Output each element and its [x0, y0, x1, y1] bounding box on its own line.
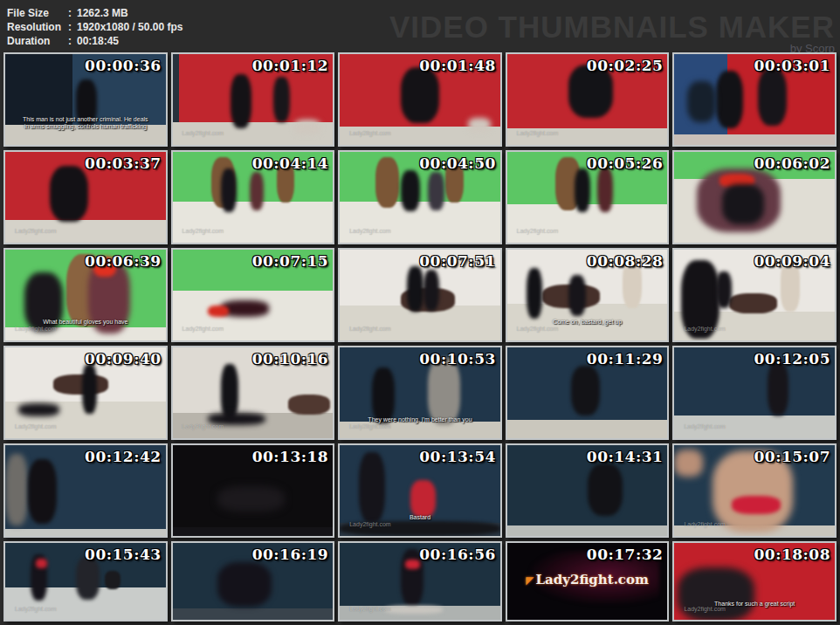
- scene-figure: [217, 486, 285, 512]
- video-thumbnail: 00:11:29: [506, 346, 670, 440]
- timestamp-label: 00:04:50: [419, 155, 496, 172]
- scene-figure: [768, 361, 788, 416]
- scene-figure: [250, 172, 265, 210]
- video-thumbnail: 00:06:02: [672, 150, 837, 244]
- video-thumbnail: 00:12:42: [3, 443, 168, 538]
- scene-figure: [273, 77, 289, 122]
- video-thumbnail: Lady2fight.com00:04:50: [338, 150, 502, 244]
- timestamp-label: 00:04:14: [252, 155, 329, 172]
- scene-figure: [76, 557, 100, 600]
- subtitle-caption: Come on, bastard, get up: [513, 319, 661, 326]
- timestamp-label: 00:08:28: [587, 252, 664, 270]
- watermark: Lady2fight.com: [182, 228, 224, 234]
- scene-figure: [372, 367, 395, 423]
- watermark: Lady2fight.com: [349, 606, 390, 612]
- contact-sheet: { "header": { "fields": [ {"label": "Fil…: [0, 0, 840, 625]
- scene-figure: [423, 270, 439, 311]
- scene-figure: [294, 120, 320, 134]
- timestamp-label: 00:09:04: [754, 252, 830, 270]
- scene-figure: [28, 459, 57, 525]
- timestamp-label: 00:13:18: [252, 448, 329, 465]
- scene-figure: [221, 168, 237, 212]
- timestamp-label: 00:03:01: [754, 57, 830, 74]
- duration-row: Duration:00:18:45: [7, 34, 182, 48]
- watermark: Lady2fight.com: [349, 228, 390, 234]
- scene-figure: [385, 606, 443, 614]
- timestamp-label: 00:03:37: [85, 155, 162, 172]
- scene-figure: [674, 450, 703, 477]
- scene-figure: [716, 71, 743, 129]
- watermark: Lady2fight.com: [517, 130, 558, 136]
- site-logo-text: ◤Lady2fight.com: [507, 572, 668, 587]
- scene-figure: [428, 358, 460, 425]
- video-thumbnail: Lady2fight.com00:02:25: [506, 52, 670, 147]
- scene-figure: [407, 266, 423, 312]
- video-thumbnail: Lady2fight.com00:15:43: [3, 541, 168, 622]
- scene-figure: [401, 170, 420, 211]
- timestamp-label: 00:02:25: [587, 57, 664, 74]
- scene-figure: [722, 184, 764, 224]
- thumbnail-grid: This man is not just another criminal. H…: [3, 52, 837, 622]
- flame-icon: ◤: [526, 574, 534, 587]
- watermark: Lady2fight.com: [349, 521, 390, 527]
- timestamp-label: 00:07:15: [252, 252, 329, 270]
- scene-figure: [5, 454, 28, 525]
- timestamp-label: 00:01:48: [419, 57, 496, 74]
- timestamp-label: 00:17:32: [587, 546, 664, 563]
- watermark: Lady2fight.com: [349, 130, 390, 136]
- video-thumbnail: Lady2fight.com00:05:26: [506, 150, 670, 244]
- watermark: Lady2fight.com: [517, 228, 558, 234]
- app-title: VIDEO THUMBNAILS MAKER: [389, 12, 835, 42]
- video-thumbnail: This man is not just another criminal. H…: [3, 52, 168, 147]
- scene-figure: [217, 562, 272, 607]
- scene-figure: [571, 366, 600, 416]
- video-thumbnail: Lady2fight.com00:12:05: [672, 346, 837, 440]
- video-thumbnail: 00:13:18: [171, 443, 335, 538]
- timestamp-label: 00:05:26: [587, 155, 664, 172]
- timestamp-label: 00:01:12: [252, 57, 329, 74]
- scene-figure: [410, 480, 436, 519]
- subtitle-caption: Bastard: [347, 514, 494, 521]
- scene-figure: [208, 306, 229, 316]
- video-thumbnail: 00:03:01: [672, 52, 837, 147]
- timestamp-label: 00:13:54: [419, 448, 496, 465]
- watermark: Lady2fight.com: [15, 606, 56, 612]
- timestamp-label: 00:16:19: [252, 546, 329, 563]
- timestamp-label: 00:10:16: [252, 350, 329, 367]
- watermark: Lady2fight.com: [349, 423, 390, 429]
- video-thumbnail: Lady2fight.comThey were nothing. I'm bet…: [338, 346, 502, 440]
- video-thumbnail: Lady2fight.com00:10:16: [171, 346, 335, 440]
- video-thumbnail: Lady2fight.com00:07:15: [171, 248, 335, 342]
- duration-label: Duration: [7, 34, 68, 48]
- scene-figure: [405, 560, 420, 569]
- watermark: Lady2fight.com: [684, 423, 725, 429]
- scene-figure: [468, 118, 491, 133]
- resolution-row: Resolution:1920x1080 / 50.00 fps: [7, 20, 182, 34]
- subtitle-caption: Thanks for such a great script: [681, 601, 829, 608]
- watermark: Lady2fight.com: [15, 326, 56, 332]
- scene-figure: [359, 452, 384, 523]
- timestamp-label: 00:14:31: [587, 448, 664, 465]
- scene-figure: [288, 395, 330, 415]
- timestamp-label: 00:07:51: [419, 252, 496, 270]
- timestamp-label: 00:18:08: [754, 546, 830, 563]
- scene-figure: [527, 268, 542, 319]
- video-thumbnail: Lady2fight.com00:03:37: [3, 150, 168, 244]
- scene-figure: [687, 81, 716, 122]
- file-size-row: File Size:1262.3 MB: [7, 6, 182, 20]
- timestamp-label: 00:06:39: [85, 252, 162, 270]
- watermark: Lady2fight.com: [15, 423, 56, 429]
- video-thumbnail: Lady2fight.com00:16:56: [338, 541, 502, 622]
- duration-value: 00:18:45: [77, 35, 119, 47]
- subtitle-caption: This man is not just another criminal. H…: [11, 116, 159, 130]
- watermark: Lady2fight.com: [15, 228, 56, 234]
- resolution-label: Resolution: [7, 20, 68, 34]
- video-thumbnail: 00:14:31: [506, 443, 670, 538]
- scene-figure: [588, 464, 623, 516]
- scene-figure: [597, 167, 613, 212]
- scene-figure: [678, 567, 754, 622]
- resolution-value: 1920x1080 / 50.00 fps: [77, 21, 182, 33]
- timestamp-label: 00:10:53: [419, 350, 496, 367]
- video-thumbnail: Lady2fight.comWhat beautiful gloves you …: [3, 248, 168, 342]
- file-size-value: 1262.3 MB: [77, 7, 128, 19]
